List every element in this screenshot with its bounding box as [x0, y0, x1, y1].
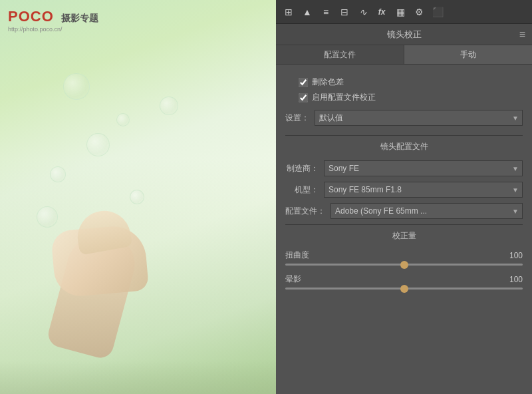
gear-icon[interactable]: ⚙ — [412, 5, 426, 19]
profile-select-wrapper: Adobe (Sony FE 65mm ... Adobe (Sony FE 8… — [331, 203, 523, 219]
profile-select[interactable]: Adobe (Sony FE 65mm ... Adobe (Sony FE 8… — [331, 203, 523, 219]
mountain-icon[interactable]: ▲ — [300, 5, 315, 19]
panel-title: 镜头校正 — [387, 29, 422, 41]
distortion-slider[interactable] — [285, 264, 523, 266]
settings-select[interactable]: 默认值 自定义 — [315, 110, 523, 126]
tab-profile[interactable]: 配置文件 — [276, 45, 404, 64]
distortion-container: 扭曲度 100 — [285, 250, 523, 266]
photo-panel: POCO 摄影专题 http://photo.poco.cn/ — [0, 0, 276, 394]
manufacturer-label: 制造商： — [285, 163, 319, 174]
histogram-icon[interactable]: ⊞ — [281, 5, 296, 19]
bubble — [86, 133, 110, 156]
model-select-wrapper: Sony FE 85mm F1.8 Sony FE 24mm F1.4 ▼ — [324, 182, 523, 198]
panel-header: 镜头校正 ≡ — [276, 24, 532, 45]
enable-profile-checkbox[interactable] — [299, 93, 308, 102]
sliders-icon[interactable]: ⊟ — [337, 5, 352, 19]
divider-2 — [285, 224, 523, 225]
vignette-top-row: 晕影 100 — [285, 274, 523, 285]
fx-icon[interactable]: fx — [374, 5, 389, 19]
checkbox-row-2: 启用配置文件校正 — [299, 92, 523, 103]
poco-subtitle: 摄影专题 — [61, 13, 98, 23]
model-label: 机型： — [285, 184, 319, 196]
poco-logo: POCO 摄影专题 http://photo.poco.cn/ — [8, 8, 98, 33]
distortion-top-row: 扭曲度 100 — [285, 250, 523, 261]
manufacturer-row: 制造商： Sony FE Canon Nikon ▼ — [285, 160, 523, 176]
profile-row: 配置文件： Adobe (Sony FE 65mm ... Adobe (Son… — [285, 203, 523, 219]
tabs: 配置文件 手动 — [276, 45, 532, 65]
settings-label: 设置： — [285, 112, 309, 124]
vignette-container: 晕影 100 — [285, 274, 523, 290]
tab-manual[interactable]: 手动 — [404, 45, 532, 64]
model-row: 机型： Sony FE 85mm F1.8 Sony FE 24mm F1.4 … — [285, 182, 523, 198]
settings-select-wrapper: 默认值 自定义 ▼ — [315, 110, 523, 126]
checkboxes-section: 删除色差 启用配置文件校正 — [299, 77, 523, 103]
model-select[interactable]: Sony FE 85mm F1.8 Sony FE 24mm F1.4 — [324, 182, 523, 198]
calendar-icon[interactable]: ▦ — [393, 5, 408, 19]
manufacturer-select-wrapper: Sony FE Canon Nikon ▼ — [324, 160, 523, 176]
poco-text: POCO — [8, 8, 54, 25]
hand-area — [40, 194, 226, 354]
correction-title: 校正量 — [285, 230, 523, 242]
bubble — [160, 97, 178, 115]
photo-background: POCO 摄影专题 http://photo.poco.cn/ — [0, 0, 276, 394]
manufacturer-select[interactable]: Sony FE Canon Nikon — [324, 160, 523, 176]
distortion-value: 100 — [499, 251, 523, 260]
remove-chromatic-checkbox[interactable] — [299, 78, 308, 87]
content-area: 删除色差 启用配置文件校正 设置： 默认值 自定义 ▼ 镜头配置文件 制造商： — [276, 65, 532, 394]
panel-menu-icon[interactable]: ≡ — [519, 29, 525, 41]
bubble — [50, 166, 66, 182]
toolbar: ⊞ ▲ ≡ ⊟ ∿ fx ▦ ⚙ ⬛ — [276, 0, 532, 24]
settings-row: 设置： 默认值 自定义 ▼ — [285, 110, 523, 126]
distortion-label: 扭曲度 — [285, 250, 315, 261]
list-icon[interactable]: ≡ — [319, 5, 333, 19]
divider-1 — [285, 135, 523, 136]
bubble — [116, 113, 130, 126]
vignette-value: 100 — [499, 275, 523, 284]
curve-icon[interactable]: ∿ — [356, 5, 370, 19]
lens-section-title: 镜头配置文件 — [285, 141, 523, 152]
export-icon[interactable]: ⬛ — [430, 5, 445, 19]
vignette-slider[interactable] — [285, 288, 523, 290]
checkbox-row-1: 删除色差 — [299, 77, 523, 88]
remove-chromatic-label: 删除色差 — [312, 77, 344, 88]
vignette-label: 晕影 — [285, 274, 315, 285]
enable-profile-label: 启用配置文件校正 — [312, 92, 376, 103]
right-panel: ⊞ ▲ ≡ ⊟ ∿ fx ▦ ⚙ ⬛ 镜头校正 ≡ 配置文件 手动 删除色差 — [276, 0, 532, 394]
poco-url: http://photo.poco.cn/ — [8, 26, 98, 33]
profile-label: 配置文件： — [285, 206, 325, 217]
bubble — [63, 73, 90, 100]
fence-area — [0, 361, 276, 394]
